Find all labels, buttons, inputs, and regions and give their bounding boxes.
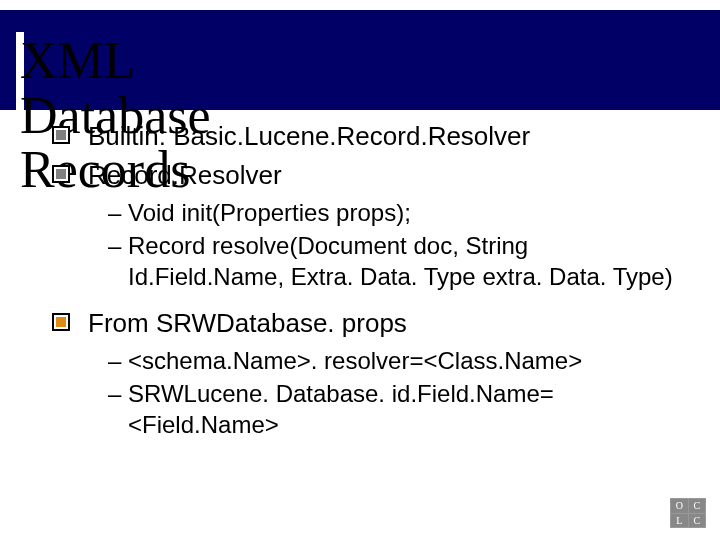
sub-list: Void init(Properties props); Record reso…	[108, 197, 690, 293]
logo-cell: C	[689, 499, 706, 513]
bullet-text: Record.Resolver	[88, 160, 282, 190]
slide: XML Database Records Builtin: Basic.Luce…	[0, 0, 720, 540]
sub-item: <schema.Name>. resolver=<Class.Name>	[108, 345, 690, 376]
bullet-item: From SRWDatabase. props	[52, 307, 690, 340]
bullet-text: Builtin: Basic.Lucene.Record.Resolver	[88, 121, 530, 151]
logo-cell: O	[671, 499, 688, 513]
sub-item-text: SRWLucene. Database. id.Field.Name= <Fie…	[128, 380, 554, 438]
bullet-text: From SRWDatabase. props	[88, 308, 407, 338]
sub-item-text: <schema.Name>. resolver=<Class.Name>	[128, 347, 582, 374]
sub-item: Record resolve(Document doc, String Id.F…	[108, 230, 690, 292]
logo-cell: L	[671, 514, 688, 528]
sub-item-text: Void init(Properties props);	[128, 199, 411, 226]
oclc-logo: O C L C	[670, 498, 706, 528]
logo-cell: C	[689, 514, 706, 528]
square-bullet-icon	[52, 313, 70, 331]
slide-title: XML Database Records	[16, 32, 24, 198]
content-area: Builtin: Basic.Lucene.Record.Resolver Re…	[52, 120, 690, 455]
sub-list: <schema.Name>. resolver=<Class.Name> SRW…	[108, 345, 690, 441]
bullet-item: Record.Resolver	[52, 159, 690, 192]
sub-item: Void init(Properties props);	[108, 197, 690, 228]
square-bullet-icon	[52, 165, 70, 183]
square-bullet-icon	[52, 126, 70, 144]
bullet-item: Builtin: Basic.Lucene.Record.Resolver	[52, 120, 690, 153]
sub-item: SRWLucene. Database. id.Field.Name= <Fie…	[108, 378, 690, 440]
sub-item-text: Record resolve(Document doc, String Id.F…	[128, 232, 673, 290]
